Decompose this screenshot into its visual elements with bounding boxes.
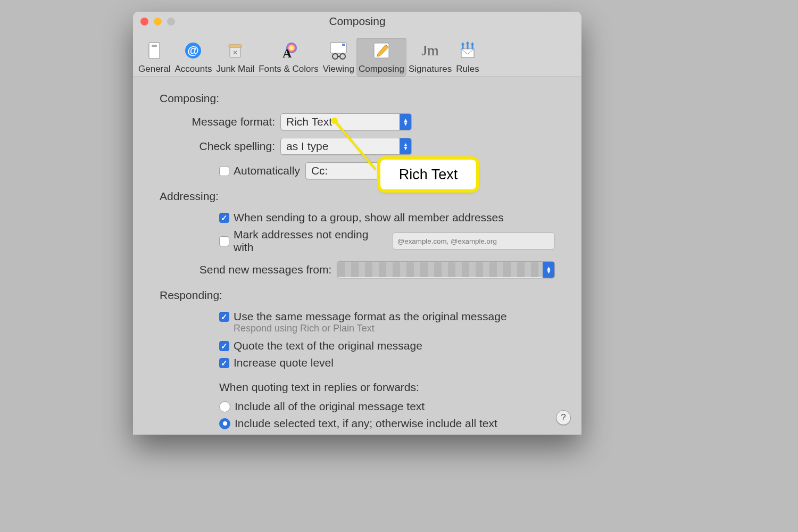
- viewing-icon: [328, 40, 348, 61]
- send-from-label: Send new messages from:: [192, 263, 331, 276]
- tab-junk-mail[interactable]: ✕ Junk Mail: [214, 38, 256, 77]
- tab-accounts[interactable]: @ Accounts: [172, 38, 214, 77]
- quote-text-label: Quote the text of the original message: [234, 339, 422, 352]
- section-composing: Composing:: [160, 92, 555, 105]
- svg-text:✕: ✕: [232, 49, 238, 56]
- tab-composing[interactable]: Composing: [356, 38, 406, 77]
- trash-icon: ✕: [225, 40, 245, 61]
- mark-addresses-input[interactable]: [393, 232, 555, 250]
- preferences-pane: Composing: Message format: Rich Text ▲▼ …: [133, 77, 581, 435]
- preferences-window: Composing General @ Accounts ✕ Junk Mail…: [133, 12, 581, 435]
- compose-icon: [371, 40, 392, 61]
- svg-marker-17: [461, 42, 464, 45]
- same-format-label: Use the same message format as the origi…: [234, 310, 507, 323]
- chevron-up-down-icon: ▲▼: [400, 138, 411, 154]
- row-increase-quote: Increase quote level: [160, 356, 555, 369]
- at-icon: @: [183, 40, 203, 61]
- fonts-colors-icon: A: [278, 40, 298, 61]
- svg-point-12: [340, 54, 345, 59]
- svg-text:A: A: [282, 46, 292, 60]
- annotation-text: Rich Text: [399, 167, 458, 183]
- chevron-up-down-icon: ▲▼: [543, 262, 554, 278]
- check-spelling-label: Check spelling:: [187, 140, 275, 153]
- annotation-callout: Rich Text: [380, 160, 476, 189]
- auto-cc-label: Automatically: [234, 164, 300, 177]
- section-responding: Responding:: [160, 289, 555, 302]
- row-group-members: When sending to a group, show all member…: [160, 211, 555, 224]
- increase-quote-label: Increase quote level: [234, 356, 334, 369]
- tab-signatures[interactable]: Jm Signatures: [406, 38, 454, 77]
- row-mark-addresses: Mark addresses not ending with: [160, 228, 555, 254]
- mark-addresses-checkbox[interactable]: [219, 236, 229, 246]
- window-title: Composing: [133, 15, 581, 28]
- include-selected-radio[interactable]: [219, 418, 230, 429]
- svg-rect-10: [342, 44, 345, 46]
- same-format-sub: Respond using Rich or Plain Text: [160, 323, 555, 334]
- include-all-label: Include all of the original message text: [235, 400, 425, 413]
- tab-general[interactable]: General: [136, 38, 172, 77]
- group-members-checkbox[interactable]: [219, 213, 229, 223]
- include-selected-label: Include selected text, if any; otherwise…: [235, 417, 497, 430]
- send-from-popup[interactable]: ▲▼: [337, 261, 555, 278]
- send-from-value-redacted: [337, 262, 543, 277]
- preferences-toolbar: General @ Accounts ✕ Junk Mail A Fonts &…: [133, 31, 581, 77]
- include-all-radio[interactable]: [219, 401, 230, 412]
- quoting-when-label: When quoting text in replies or forwards…: [160, 381, 555, 394]
- svg-text:@: @: [188, 44, 199, 57]
- message-format-popup[interactable]: Rich Text ▲▼: [280, 113, 412, 130]
- svg-marker-18: [466, 41, 469, 44]
- same-format-checkbox[interactable]: [219, 312, 229, 322]
- row-message-format: Message format: Rich Text ▲▼: [160, 113, 555, 130]
- tab-rules[interactable]: Rules: [454, 38, 481, 77]
- signature-icon: Jm: [420, 40, 440, 61]
- row-include-selected: Include selected text, if any; otherwise…: [160, 417, 555, 430]
- svg-point-11: [332, 54, 338, 59]
- group-members-label: When sending to a group, show all member…: [234, 211, 504, 224]
- check-spelling-popup[interactable]: as I type ▲▼: [280, 138, 412, 155]
- row-include-all: Include all of the original message text: [160, 400, 555, 413]
- tab-fonts-colors[interactable]: A Fonts & Colors: [256, 38, 320, 77]
- chevron-up-down-icon: ▲▼: [400, 114, 411, 130]
- quote-text-checkbox[interactable]: [219, 341, 229, 351]
- row-send-from: Send new messages from: ▲▼: [160, 261, 555, 278]
- increase-quote-checkbox[interactable]: [219, 358, 229, 368]
- general-icon: [144, 40, 164, 61]
- auto-cc-field-popup[interactable]: Cc: ▲▼: [305, 162, 392, 179]
- mark-addresses-label: Mark addresses not ending with: [234, 228, 386, 254]
- message-format-label: Message format:: [187, 115, 275, 128]
- row-same-format: Use the same message format as the origi…: [160, 310, 555, 323]
- help-button[interactable]: ?: [556, 410, 571, 425]
- tab-viewing[interactable]: Viewing: [321, 38, 356, 77]
- rules-icon: [458, 40, 478, 61]
- svg-rect-1: [152, 45, 157, 47]
- row-auto-cc: Automatically Cc: ▲▼: [160, 162, 555, 179]
- svg-rect-5: [229, 45, 242, 47]
- row-quote-text: Quote the text of the original message: [160, 339, 555, 352]
- auto-cc-checkbox[interactable]: [219, 166, 229, 176]
- section-addressing: Addressing:: [160, 190, 555, 203]
- svg-marker-19: [471, 42, 474, 45]
- titlebar: Composing: [133, 12, 581, 31]
